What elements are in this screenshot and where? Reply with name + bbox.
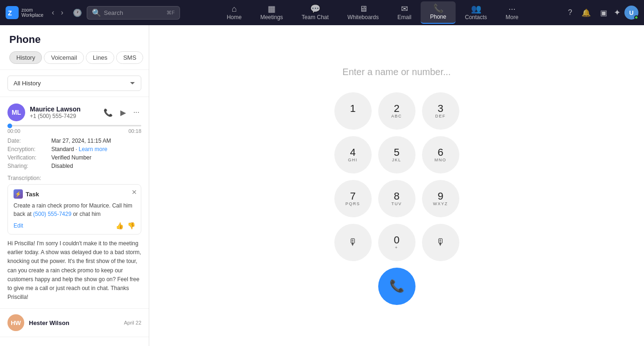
play-voicemail-button[interactable]: ▶ <box>118 107 128 118</box>
task-vote-buttons: 👍 👎 <box>116 222 135 229</box>
filter-row: All History Missed Calls Incoming Outgoi… <box>0 70 149 97</box>
back-button[interactable]: ‹ <box>49 7 57 19</box>
call-list: ML Maurice Lawson +1 (500) 555-7429 📞 ▶ … <box>0 97 149 346</box>
dialpad-key-9[interactable]: 9 WXYZ <box>422 180 459 217</box>
detail-sharing: Sharing: Disabled <box>7 163 141 169</box>
audio-progress[interactable]: 00:00 00:18 <box>7 125 141 134</box>
call-back-button[interactable]: 📞 <box>102 107 115 118</box>
dialpad-key-7[interactable]: 7 PQRS <box>334 180 372 217</box>
dialpad-key-0[interactable]: 0 + <box>378 224 415 261</box>
task-thumbs-down-button[interactable]: 👎 <box>127 222 135 229</box>
date-label: Date: <box>7 138 49 144</box>
microphone-icon: 🎙 <box>348 237 358 248</box>
detail-verification: Verification: Verified Number <box>7 154 141 161</box>
notifications-button[interactable]: 🔔 <box>579 7 594 19</box>
task-footer: Edit 👍 👎 <box>14 222 135 229</box>
dialpad-call-row: 📞 <box>378 268 415 305</box>
nav-item-home[interactable]: ⌂ Home <box>217 2 251 23</box>
left-panel: Phone History Voicemail Lines SMS All Hi… <box>0 25 149 346</box>
dialpad-key-4[interactable]: 4 GHI <box>334 136 372 173</box>
sharing-label: Sharing: <box>7 163 49 169</box>
total-time: 00:18 <box>128 128 141 134</box>
nav-item-meetings[interactable]: ▦ Meetings <box>251 2 292 23</box>
learn-more-link[interactable]: Learn more <box>79 146 107 152</box>
task-card-header: ⚡ Task <box>14 189 135 199</box>
history-button[interactable]: 🕐 <box>70 7 85 19</box>
progress-bar-background <box>7 125 141 126</box>
caller-info: Maurice Lawson +1 (500) 555-7429 <box>30 105 97 119</box>
encryption-label: Encryption: <box>7 146 49 152</box>
nav-item-team-chat-label: Team Chat <box>302 14 329 21</box>
search-box[interactable]: 🔍 ⌘F <box>87 6 180 20</box>
nav-item-email[interactable]: ✉ Email <box>388 2 421 23</box>
dialpad-input-display[interactable]: Enter a name or number... <box>327 67 467 77</box>
tab-sms[interactable]: SMS <box>116 51 143 64</box>
dialpad-key-8[interactable]: 8 TUV <box>378 180 415 217</box>
svg-text:Z: Z <box>8 9 12 17</box>
tab-lines[interactable]: Lines <box>86 51 114 64</box>
task-close-button[interactable]: ✕ <box>132 188 137 196</box>
dialpad-call-button[interactable]: 📞 <box>378 268 415 305</box>
dialpad-microphone-right[interactable]: 🎙 <box>422 224 459 261</box>
dialpad-special-row: 🎙 0 + 🎙 <box>334 224 459 261</box>
history-filter[interactable]: All History Missed Calls Incoming Outgoi… <box>7 76 141 91</box>
detail-date: Date: Mar 27, 2024, 11:15 AM <box>7 138 141 144</box>
contacts-icon: 👥 <box>471 5 481 13</box>
dialpad-key-3[interactable]: 3 DEF <box>422 92 459 130</box>
dialpad-key-5[interactable]: 5 JKL <box>378 136 415 173</box>
caller-name: Hester Wilson <box>29 319 119 326</box>
forward-button[interactable]: › <box>58 7 66 19</box>
nav-arrows: ‹ › <box>49 7 66 19</box>
dialpad-microphone-left[interactable]: 🎙 <box>334 224 372 261</box>
date-value: Mar 27, 2024, 11:15 AM <box>51 138 111 144</box>
task-card: ⚡ Task ✕ Create a rain check promo for M… <box>7 184 141 235</box>
progress-dot <box>7 124 12 128</box>
verification-value: Verified Number <box>51 154 91 161</box>
search-icon: 🔍 <box>92 8 101 17</box>
nav-item-whiteboards[interactable]: 🖥 Whiteboards <box>338 2 388 23</box>
layout-button[interactable]: ▣ <box>597 7 610 19</box>
nav-item-home-label: Home <box>227 14 242 21</box>
avatar-status <box>634 15 638 20</box>
nav-item-more[interactable]: ··· More <box>496 2 527 23</box>
nav-item-more-label: More <box>506 14 518 21</box>
page-title: Phone <box>9 34 139 46</box>
whiteboards-icon: 🖥 <box>359 5 367 13</box>
task-edit-button[interactable]: Edit <box>14 222 23 229</box>
task-title: Task <box>26 191 39 198</box>
sharing-value: Disabled <box>51 163 73 169</box>
list-item: ML Maurice Lawson +1 (500) 555-7429 📞 ▶ … <box>0 97 149 309</box>
encryption-value: Standard · Learn more <box>51 146 107 152</box>
more-options-button[interactable]: ··· <box>132 107 141 118</box>
call-item-header: ML Maurice Lawson +1 (500) 555-7429 📞 ▶ … <box>7 104 141 121</box>
avatar[interactable]: U <box>624 6 638 20</box>
right-panel: Enter a name or number... 1 2 ABC 3 DEF … <box>149 25 644 346</box>
progress-times: 00:00 00:18 <box>7 128 141 134</box>
nav-item-phone[interactable]: 📞 Phone <box>421 1 456 24</box>
nav-item-meetings-label: Meetings <box>260 14 283 21</box>
caller-number: +1 (500) 555-7429 <box>30 113 97 119</box>
panel-header: Phone History Voicemail Lines SMS <box>0 25 149 70</box>
list-item: HW Hester Wilson April 22 <box>0 309 149 337</box>
ai-button[interactable]: ✦ <box>614 7 621 18</box>
tab-history[interactable]: History <box>9 51 42 64</box>
email-icon: ✉ <box>401 5 408 13</box>
search-input[interactable] <box>104 9 160 16</box>
microphone-icon: 🎙 <box>436 237 445 248</box>
home-icon: ⌂ <box>232 5 237 13</box>
caller-info: Hester Wilson <box>29 319 119 326</box>
task-thumbs-up-button[interactable]: 👍 <box>116 222 124 229</box>
nav-item-team-chat[interactable]: 💬 Team Chat <box>292 2 338 23</box>
main-nav: ⌂ Home ▦ Meetings 💬 Team Chat 🖥 Whiteboa… <box>217 1 528 24</box>
nav-item-phone-label: Phone <box>430 14 446 20</box>
task-phone-link[interactable]: (500) 555-7429 <box>33 211 71 217</box>
help-button[interactable]: ? <box>565 7 575 19</box>
dialpad-key-2[interactable]: 2 ABC <box>378 92 415 130</box>
dialpad-key-1[interactable]: 1 <box>334 92 372 130</box>
call-icon: 📞 <box>389 279 404 293</box>
nav-item-contacts[interactable]: 👥 Contacts <box>456 2 496 23</box>
tab-voicemail[interactable]: Voicemail <box>44 51 84 64</box>
verification-label: Verification: <box>7 154 49 161</box>
dialpad-key-6[interactable]: 6 MNO <box>422 136 459 173</box>
topbar: Z zoom Workplace ‹ › 🕐 🔍 ⌘F ⌂ Home ▦ Mee… <box>0 0 644 25</box>
